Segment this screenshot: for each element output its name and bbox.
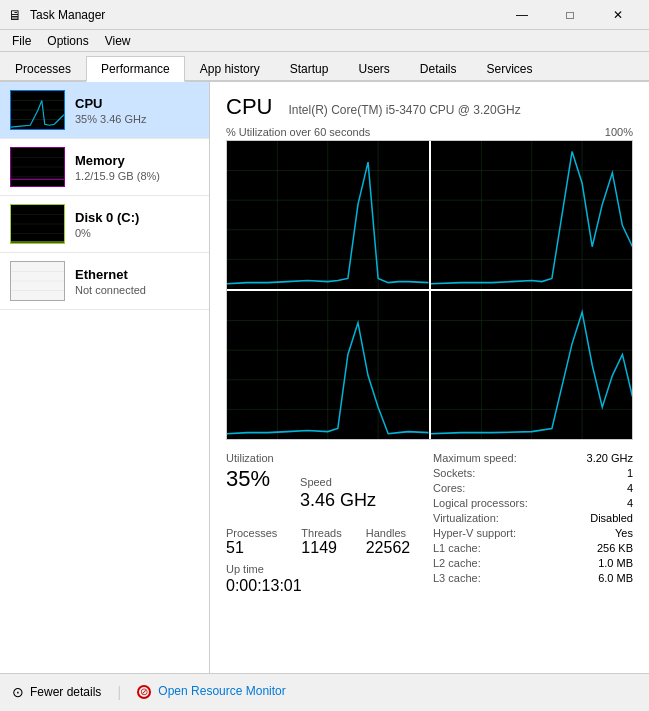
chart-top-right: [431, 141, 633, 289]
tab-app-history[interactable]: App history: [185, 56, 275, 82]
memory-detail: 1.2/15.9 GB (8%): [75, 170, 199, 182]
cores-row: Cores: 4: [433, 482, 633, 494]
logical-row: Logical processors: 4: [433, 497, 633, 509]
handles-value: 22562: [366, 539, 411, 557]
sidebar-item-disk[interactable]: Disk 0 (C:) 0%: [0, 196, 209, 253]
hyperv-key: Hyper-V support:: [433, 527, 516, 539]
title-bar: 🖥 Task Manager — □ ✕: [0, 0, 649, 30]
uptime-label: Up time: [226, 563, 433, 575]
uptime-value: 0:00:13:01: [226, 577, 433, 595]
cpu-model: Intel(R) Core(TM) i5-3470 CPU @ 3.20GHz: [288, 103, 520, 117]
chart-left-label: % Utilization over 60 seconds: [226, 126, 370, 138]
chevron-up-icon: ⊙: [12, 684, 24, 700]
logical-val: 4: [627, 497, 633, 509]
virt-val: Disabled: [590, 512, 633, 524]
handles-label: Handles: [366, 527, 411, 539]
cpu-header: CPU Intel(R) Core(TM) i5-3470 CPU @ 3.20…: [226, 94, 633, 120]
sidebar-item-memory[interactable]: Memory 1.2/15.9 GB (8%): [0, 139, 209, 196]
sidebar: CPU 35% 3.46 GHz Memory 1.2/15.9 GB (8%): [0, 82, 210, 673]
menu-bar: File Options View: [0, 30, 649, 52]
cpu-detail: 35% 3.46 GHz: [75, 113, 199, 125]
tab-bar: Processes Performance App history Startu…: [0, 52, 649, 82]
disk-info: Disk 0 (C:) 0%: [75, 210, 199, 239]
l1-key: L1 cache:: [433, 542, 481, 554]
cpu-name: CPU: [75, 96, 199, 111]
l1-val: 256 KB: [597, 542, 633, 554]
close-button[interactable]: ✕: [595, 0, 641, 30]
tab-startup[interactable]: Startup: [275, 56, 344, 82]
app-icon: 🖥: [8, 7, 24, 23]
speed-label: Speed: [300, 476, 376, 488]
bottom-bar: ⊙ Fewer details | ⊘ Open Resource Monito…: [0, 673, 649, 709]
chart-labels: % Utilization over 60 seconds 100%: [226, 126, 633, 138]
l2-key: L2 cache:: [433, 557, 481, 569]
l3-row: L3 cache: 6.0 MB: [433, 572, 633, 584]
menu-view[interactable]: View: [97, 32, 139, 50]
hyperv-val: Yes: [615, 527, 633, 539]
tab-processes[interactable]: Processes: [0, 56, 86, 82]
disk-detail: 0%: [75, 227, 199, 239]
chart-bottom-left: [227, 291, 429, 439]
sockets-row: Sockets: 1: [433, 467, 633, 479]
divider: |: [117, 684, 121, 700]
sockets-key: Sockets:: [433, 467, 475, 479]
tab-services[interactable]: Services: [472, 56, 548, 82]
minimize-button[interactable]: —: [499, 0, 545, 30]
open-monitor-button[interactable]: ⊘ Open Resource Monitor: [137, 684, 286, 699]
memory-info: Memory 1.2/15.9 GB (8%): [75, 153, 199, 182]
processes-value: 51: [226, 539, 277, 557]
cpu-panel: CPU Intel(R) Core(TM) i5-3470 CPU @ 3.20…: [210, 82, 649, 673]
l1-row: L1 cache: 256 KB: [433, 542, 633, 554]
l3-val: 6.0 MB: [598, 572, 633, 584]
sidebar-item-cpu[interactable]: CPU 35% 3.46 GHz: [0, 82, 209, 139]
menu-file[interactable]: File: [4, 32, 39, 50]
cores-val: 4: [627, 482, 633, 494]
menu-options[interactable]: Options: [39, 32, 96, 50]
tab-users[interactable]: Users: [343, 56, 404, 82]
threads-label: Threads: [301, 527, 341, 539]
open-monitor-icon: ⊘: [137, 685, 151, 699]
utilization-value: 35%: [226, 466, 270, 492]
disk-thumbnail: [10, 204, 65, 244]
tab-performance[interactable]: Performance: [86, 56, 185, 82]
cpu-panel-title: CPU: [226, 94, 272, 120]
window-controls: — □ ✕: [499, 0, 641, 30]
tab-details[interactable]: Details: [405, 56, 472, 82]
stats-section: Utilization 35% Speed 3.46 GHz Processes…: [226, 452, 633, 595]
ethernet-thumbnail: [10, 261, 65, 301]
process-stats-row: Processes 51 Threads 1149 Handles 22562: [226, 527, 433, 557]
sidebar-item-ethernet[interactable]: Ethernet Not connected: [0, 253, 209, 310]
virt-key: Virtualization:: [433, 512, 499, 524]
chart-right-label: 100%: [605, 126, 633, 138]
fewer-details-label: Fewer details: [30, 685, 101, 699]
logical-key: Logical processors:: [433, 497, 528, 509]
l2-val: 1.0 MB: [598, 557, 633, 569]
maximize-button[interactable]: □: [547, 0, 593, 30]
hyperv-row: Hyper-V support: Yes: [433, 527, 633, 539]
main-content: CPU 35% 3.46 GHz Memory 1.2/15.9 GB (8%): [0, 82, 649, 673]
ethernet-name: Ethernet: [75, 267, 199, 282]
max-speed-row: Maximum speed: 3.20 GHz: [433, 452, 633, 464]
memory-thumbnail: [10, 147, 65, 187]
chart-bottom-right: [431, 291, 633, 439]
cpu-info-table: Maximum speed: 3.20 GHz Sockets: 1 Cores…: [433, 452, 633, 595]
stats-left: Utilization 35% Speed 3.46 GHz Processes…: [226, 452, 433, 595]
speed-value: 3.46 GHz: [300, 490, 376, 511]
max-speed-val: 3.20 GHz: [587, 452, 633, 464]
chart-top-left: [227, 141, 429, 289]
open-monitor-label: Open Resource Monitor: [158, 684, 285, 698]
cpu-thumbnail: [10, 90, 65, 130]
max-speed-key: Maximum speed:: [433, 452, 517, 464]
processes-block: Processes 51: [226, 527, 277, 557]
fewer-details-button[interactable]: ⊙ Fewer details: [12, 684, 101, 700]
window-title: Task Manager: [30, 8, 499, 22]
cores-key: Cores:: [433, 482, 465, 494]
ethernet-detail: Not connected: [75, 284, 199, 296]
threads-value: 1149: [301, 539, 341, 557]
threads-block: Threads 1149: [301, 527, 341, 557]
memory-name: Memory: [75, 153, 199, 168]
l3-key: L3 cache:: [433, 572, 481, 584]
l2-row: L2 cache: 1.0 MB: [433, 557, 633, 569]
processes-label: Processes: [226, 527, 277, 539]
cpu-charts-grid: [226, 140, 633, 440]
